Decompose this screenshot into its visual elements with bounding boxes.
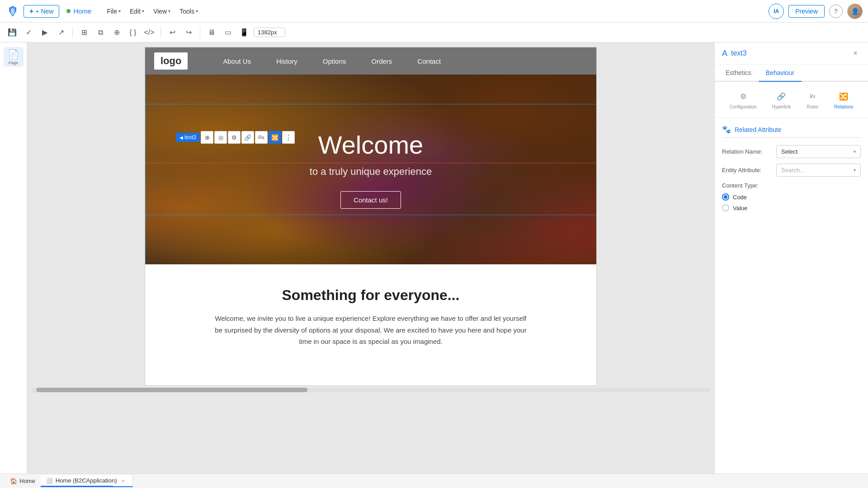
check-icon[interactable]: ✓ bbox=[22, 26, 35, 39]
panel-text-icon: A bbox=[722, 49, 727, 58]
nav-about[interactable]: About Us bbox=[210, 54, 264, 69]
app-logo[interactable] bbox=[5, 4, 20, 19]
entity-select-chevron-icon: ▾ bbox=[854, 168, 856, 173]
right-panel: A text3 × Esthetics Behaviour ⚙ Configur… bbox=[714, 42, 868, 474]
panel-tab-relations[interactable]: 🔀 Relations bbox=[829, 87, 859, 112]
radio-value-row: Value bbox=[722, 204, 861, 211]
new-button[interactable]: + + New bbox=[24, 5, 59, 18]
radio-value-label: Value bbox=[733, 205, 747, 211]
home-small-icon: 🏠 bbox=[10, 478, 17, 484]
layers-icon[interactable]: ⧉ bbox=[94, 26, 107, 39]
hyperlink-icon: 🔗 bbox=[775, 90, 788, 103]
widget-more-btn[interactable]: ⋮ bbox=[282, 131, 295, 144]
panel-content: 🐾 Related Attribute Relation Name: Selec… bbox=[715, 118, 868, 222]
tools-arrow-icon: ▾ bbox=[196, 9, 198, 14]
topbar: + + New Home File ▾ Edit ▾ View ▾ Tools … bbox=[0, 0, 868, 23]
website-preview: logo About Us History Options Orders Con… bbox=[145, 47, 597, 386]
home-label: Home bbox=[73, 7, 91, 15]
site-logo: logo bbox=[154, 52, 188, 70]
tag-arrow-icon: ◀ bbox=[179, 135, 183, 140]
relation-name-select[interactable]: Select ▾ bbox=[776, 145, 861, 158]
save-icon[interactable]: 💾 bbox=[5, 26, 19, 39]
tablet-icon[interactable]: ▭ bbox=[221, 26, 235, 39]
hero-content: Welcome to a truly unique experience Con… bbox=[145, 75, 596, 264]
mobile-icon[interactable]: 📱 bbox=[237, 26, 251, 39]
nav-orders[interactable]: Orders bbox=[359, 54, 405, 69]
undo-icon[interactable]: ↩ bbox=[165, 26, 179, 39]
panel-close-button[interactable]: × bbox=[850, 48, 861, 59]
panel-title: A text3 bbox=[722, 49, 747, 58]
plus-icon: + bbox=[29, 7, 33, 15]
source-icon[interactable]: </> bbox=[142, 26, 156, 39]
menu-bar: File ▾ Edit ▾ View ▾ Tools ▾ bbox=[102, 5, 202, 18]
widget-relations-btn[interactable]: 🔀 bbox=[269, 131, 281, 144]
panel-icon-tabs: ⚙ Configuration 🔗 Hyperlink Rx Rules 🔀 R… bbox=[715, 82, 868, 118]
bottom-bar: 🏠 Home ⬜ Home (B2CApplication) × bbox=[0, 474, 868, 488]
file-arrow-icon: ▾ bbox=[118, 9, 121, 14]
desktop-icon[interactable]: 🖥 bbox=[205, 26, 218, 39]
preview-button[interactable]: Preview bbox=[788, 5, 825, 18]
ia-button[interactable]: IA bbox=[769, 4, 784, 19]
content-type-section: Content Type: Code Value bbox=[722, 182, 861, 211]
sidebar-page-icon[interactable]: 📄 Page bbox=[4, 47, 24, 67]
code-icon[interactable]: { } bbox=[126, 26, 140, 39]
main-layout: 📄 Page logo About Us History Options Ord… bbox=[0, 42, 868, 474]
hero-subtitle: to a truly unique experience bbox=[310, 166, 432, 178]
entity-attr-row: Entity Attribute: Search... ▾ bbox=[722, 164, 861, 177]
rules-icon: Rx bbox=[806, 90, 819, 103]
radio-code[interactable] bbox=[722, 193, 729, 201]
new-label: + New bbox=[35, 8, 53, 15]
view-menu[interactable]: View ▾ bbox=[149, 5, 175, 18]
configuration-icon: ⚙ bbox=[737, 90, 750, 103]
data-icon[interactable]: ⊕ bbox=[110, 26, 123, 39]
horizontal-scrollbar[interactable] bbox=[32, 388, 710, 392]
widget-select-btn[interactable]: ◎ bbox=[214, 131, 227, 144]
left-sidebar: 📄 Page bbox=[0, 42, 27, 474]
panel-tab-hyperlink[interactable]: 🔗 Hyperlink bbox=[767, 87, 797, 112]
help-button[interactable]: ? bbox=[829, 5, 843, 18]
widget-settings-btn[interactable]: ⚙ bbox=[228, 131, 241, 144]
entity-attr-label: Entity Attribute: bbox=[722, 167, 772, 174]
scrollbar-thumb[interactable] bbox=[36, 388, 307, 392]
nav-options[interactable]: Options bbox=[310, 54, 359, 69]
toolbar: 💾 ✓ ▶ ↗ ⊞ ⧉ ⊕ { } </> ↩ ↪ 🖥 ▭ 📱 1382px bbox=[0, 23, 868, 42]
topbar-right: IA Preview ? 👤 bbox=[769, 4, 863, 19]
radio-code-row: Code bbox=[722, 193, 861, 201]
content-section: Something for everyone... Welcome, we in… bbox=[145, 264, 596, 370]
tab-active-indicator bbox=[41, 486, 113, 487]
entity-attr-select[interactable]: Search... ▾ bbox=[776, 164, 861, 177]
play-icon[interactable]: ▶ bbox=[38, 26, 52, 39]
more-dots-icon: ⋮ bbox=[285, 133, 292, 142]
panel-tab-rules[interactable]: Rx Rules bbox=[801, 87, 824, 112]
tab-close-button[interactable]: × bbox=[120, 477, 127, 484]
radio-value[interactable] bbox=[722, 204, 729, 211]
nav-contact[interactable]: Contact bbox=[405, 54, 453, 69]
widget-link-btn[interactable]: 🔗 bbox=[241, 131, 254, 144]
site-nav: logo About Us History Options Orders Con… bbox=[145, 47, 596, 75]
widget-rx-btn[interactable]: Rx bbox=[255, 131, 268, 144]
edit-menu[interactable]: Edit ▾ bbox=[125, 5, 149, 18]
content-type-label: Content Type: bbox=[722, 182, 861, 189]
content-title: Something for everyone... bbox=[172, 287, 569, 304]
hero-cta-button[interactable]: Contact us! bbox=[340, 191, 401, 209]
file-menu[interactable]: File ▾ bbox=[102, 5, 125, 18]
nav-history[interactable]: History bbox=[264, 54, 310, 69]
widget-toolbar: ◀ text3 ⊕ ◎ ⚙ 🔗 Rx 🔀 ⋮ bbox=[176, 131, 295, 144]
tools-menu[interactable]: Tools ▾ bbox=[175, 5, 203, 18]
bottom-home-tab[interactable]: 🏠 Home bbox=[5, 476, 41, 486]
tab-esthetics[interactable]: Esthetics bbox=[718, 65, 759, 82]
widget-move-btn[interactable]: ⊕ bbox=[201, 131, 213, 144]
site-nav-items: About Us History Options Orders Contact bbox=[210, 54, 453, 69]
canvas-area[interactable]: logo About Us History Options Orders Con… bbox=[27, 42, 714, 474]
related-attr-icon: 🐾 bbox=[722, 125, 731, 134]
components-icon[interactable]: ⊞ bbox=[77, 26, 91, 39]
avatar[interactable]: 👤 bbox=[847, 4, 863, 19]
redo-icon[interactable]: ↪ bbox=[182, 26, 195, 39]
divider-2 bbox=[160, 27, 161, 38]
tab-behaviour[interactable]: Behaviour bbox=[759, 65, 802, 82]
panel-tab-configuration[interactable]: ⚙ Configuration bbox=[724, 87, 762, 112]
canvas-scroll[interactable]: logo About Us History Options Orders Con… bbox=[32, 47, 710, 469]
export-icon[interactable]: ↗ bbox=[54, 26, 68, 39]
divider-1 bbox=[72, 27, 73, 38]
view-arrow-icon: ▾ bbox=[168, 9, 170, 14]
